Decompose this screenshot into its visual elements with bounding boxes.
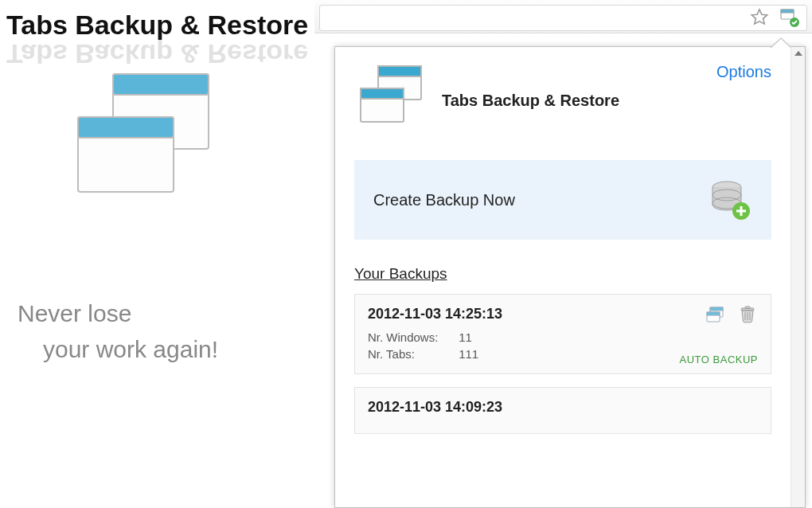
omnibox[interactable] — [319, 5, 807, 31]
create-backup-label: Create Backup Now — [373, 191, 515, 209]
popup-title: Tabs Backup & Restore — [442, 92, 619, 110]
auto-backup-badge: AUTO BACKUP — [680, 354, 758, 365]
windows-stack-icon — [64, 72, 223, 208]
svg-rect-8 — [378, 66, 421, 76]
scroll-up-icon[interactable] — [794, 51, 802, 56]
options-link[interactable]: Options — [716, 63, 771, 81]
extension-popup: Tabs Backup & Restore Options Create Bac… — [334, 46, 806, 508]
create-backup-button[interactable]: Create Backup Now — [354, 160, 771, 240]
promo-tagline: Never lose your work again! — [0, 295, 314, 367]
svg-rect-5 — [781, 10, 794, 13]
bookmark-star-icon[interactable] — [750, 8, 769, 27]
extension-icon[interactable] — [779, 6, 801, 29]
backup-item[interactable]: 2012-11-03 14:09:23 — [354, 387, 771, 434]
promo-panel: Tabs Backup & Restore Never lose your wo… — [0, 0, 314, 508]
windows-stack-icon — [354, 61, 427, 135]
svg-rect-18 — [707, 312, 720, 315]
tagline-line1: Never lose — [18, 295, 314, 331]
backup-item[interactable]: 2012-11-03 14:25:13 Nr. Windows: 11 Nr. … — [354, 294, 771, 374]
svg-rect-20 — [745, 307, 750, 309]
svg-rect-16 — [710, 307, 723, 311]
promo-title: Tabs Backup & Restore — [0, 0, 314, 41]
popup-header: Tabs Backup & Restore Options — [354, 61, 771, 141]
database-add-icon — [708, 178, 752, 222]
trash-icon[interactable] — [737, 306, 758, 323]
your-backups-heading: Your Backups — [354, 265, 771, 283]
svg-rect-10 — [361, 88, 404, 99]
backup-timestamp: 2012-11-03 14:09:23 — [368, 399, 758, 416]
backup-windows-row: Nr. Windows: 11 — [368, 330, 758, 344]
tabs-value: 111 — [459, 347, 478, 361]
backup-timestamp: 2012-11-03 14:25:13 — [368, 306, 758, 322]
svg-rect-3 — [78, 117, 174, 138]
windows-value: 11 — [459, 330, 472, 344]
svg-rect-1 — [113, 74, 209, 95]
scrollbar[interactable] — [791, 47, 805, 507]
tabs-label: Nr. Tabs: — [368, 347, 455, 361]
restore-icon[interactable] — [705, 306, 726, 323]
tagline-line2: your work again! — [18, 331, 314, 367]
popup-arrow-icon — [770, 37, 792, 48]
browser-toolbar — [314, 0, 812, 33]
windows-label: Nr. Windows: — [368, 330, 455, 344]
